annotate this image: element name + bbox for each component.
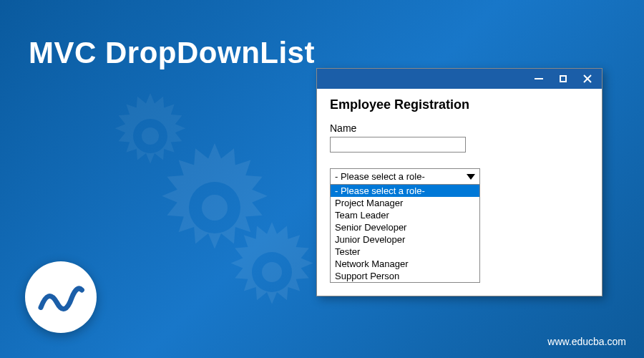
- titlebar: [317, 69, 602, 89]
- dropdown-selected-text: - Please select a role-: [335, 171, 425, 182]
- name-label: Name: [330, 122, 589, 134]
- dropdown-option[interactable]: Project Manager: [331, 197, 479, 209]
- form-heading: Employee Registration: [330, 97, 589, 112]
- dropdown-option[interactable]: - Please select a role-: [331, 185, 479, 197]
- dropdown-option[interactable]: Support Person: [331, 270, 479, 282]
- close-button[interactable]: [577, 72, 597, 86]
- window-body: Employee Registration Name - Please sele…: [317, 89, 602, 296]
- dropdown-option[interactable]: Network Manager: [331, 258, 479, 270]
- maximize-button[interactable]: [553, 72, 573, 86]
- name-input[interactable]: [330, 137, 466, 153]
- dropdown-option[interactable]: Senior Developer: [331, 221, 479, 233]
- role-dropdown[interactable]: - Please select a role- - Please select …: [330, 168, 480, 283]
- maximize-icon: [560, 75, 567, 82]
- dropdown-option[interactable]: Tester: [331, 246, 479, 258]
- minimize-button[interactable]: [529, 72, 549, 86]
- site-url: www.educba.com: [547, 336, 626, 347]
- bg-gear-icon: [107, 93, 193, 179]
- dropdown-option[interactable]: Junior Developer: [331, 233, 479, 246]
- app-window: Employee Registration Name - Please sele…: [316, 68, 602, 296]
- dropdown-list: - Please select a role-Project ManagerTe…: [330, 185, 480, 283]
- chevron-down-icon: [467, 174, 475, 180]
- minimize-icon: [535, 78, 543, 79]
- dropdown-option[interactable]: Team Leader: [331, 209, 479, 221]
- bg-gear-icon: [222, 222, 322, 322]
- close-icon: [583, 74, 592, 83]
- page-title: MVC DropDownList: [29, 36, 315, 70]
- dotnet-logo: [25, 261, 97, 333]
- dropdown-selected[interactable]: - Please select a role-: [330, 168, 480, 185]
